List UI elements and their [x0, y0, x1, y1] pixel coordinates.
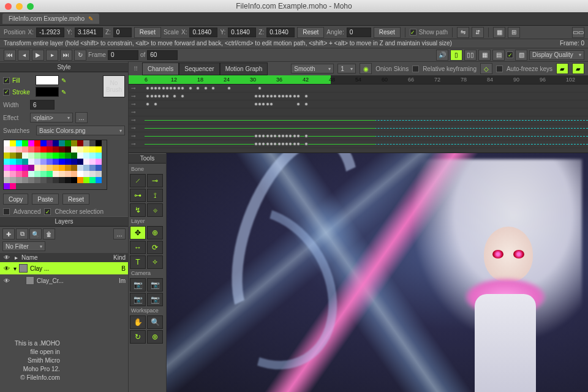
- new-layer-icon[interactable]: ✚: [2, 228, 15, 239]
- keyframe[interactable]: [165, 94, 169, 98]
- keyframe[interactable]: [254, 102, 258, 106]
- autofreeze-checkbox[interactable]: [496, 66, 503, 72]
- interp-select[interactable]: Smooth: [291, 64, 334, 74]
- color-swatch[interactable]: [4, 140, 10, 146]
- scale-z-input[interactable]: [266, 28, 295, 37]
- color-swatch[interactable]: [40, 171, 47, 177]
- color-swatch[interactable]: [96, 177, 102, 183]
- color-swatch[interactable]: [28, 153, 34, 159]
- angle-input[interactable]: [347, 28, 371, 37]
- color-swatch[interactable]: [59, 177, 65, 183]
- keyframe[interactable]: [270, 94, 273, 98]
- align-icon[interactable]: ▦: [493, 27, 505, 38]
- keyframe[interactable]: [154, 94, 157, 98]
- color-swatch[interactable]: [28, 165, 34, 171]
- timeline-track[interactable]: ⊸: [129, 116, 588, 124]
- timeline-track[interactable]: ⊸: [129, 124, 588, 132]
- color-swatch[interactable]: [53, 159, 59, 165]
- total-frames-input[interactable]: [147, 50, 178, 60]
- color-swatch[interactable]: [22, 177, 28, 183]
- color-swatch[interactable]: [65, 146, 71, 153]
- eyedropper-icon[interactable]: ✎: [61, 89, 66, 96]
- keyframe[interactable]: [146, 86, 149, 90]
- close-window[interactable]: [5, 3, 12, 10]
- color-swatch[interactable]: [89, 177, 96, 183]
- keyframe[interactable]: [258, 102, 262, 106]
- keyframe[interactable]: [165, 86, 169, 90]
- layer-row[interactable]: 👁 ▾ Clay ... B: [0, 262, 128, 274]
- color-swatch[interactable]: [10, 165, 16, 171]
- color-swatch[interactable]: [34, 146, 40, 153]
- keyframe[interactable]: [177, 86, 181, 90]
- eyedropper-icon[interactable]: ✎: [61, 77, 66, 84]
- color-swatch[interactable]: [22, 140, 28, 146]
- color-swatches[interactable]: [3, 140, 107, 190]
- color-swatch[interactable]: [47, 146, 53, 153]
- layer-row[interactable]: 👁 Clay_Cr... Im: [0, 274, 128, 287]
- color-swatch[interactable]: [83, 171, 89, 177]
- relkey-icon[interactable]: ◇: [480, 63, 492, 74]
- keyframe[interactable]: [304, 94, 308, 98]
- color-swatch[interactable]: [4, 183, 10, 189]
- mute-icon[interactable]: 🔊: [436, 50, 448, 61]
- keyframe[interactable]: [157, 94, 161, 98]
- bone-tool-4[interactable]: ⟟: [147, 189, 163, 202]
- color-swatch[interactable]: [71, 165, 77, 171]
- minimize-window[interactable]: [16, 3, 23, 10]
- step-fwd-icon[interactable]: ▸: [46, 50, 58, 61]
- color-swatch[interactable]: [89, 140, 96, 146]
- center-icon[interactable]: ⊞: [508, 27, 520, 38]
- color-swatch[interactable]: [16, 165, 22, 171]
- keyframe[interactable]: [281, 94, 285, 98]
- visibility-icon[interactable]: 👁: [2, 277, 11, 284]
- layer-tool-5[interactable]: T: [130, 255, 146, 269]
- color-swatch[interactable]: [96, 140, 102, 146]
- timeline-track[interactable]: ⊸: [129, 100, 588, 108]
- camera-tool-2[interactable]: 📷: [147, 278, 163, 292]
- loop-icon[interactable]: ↻: [74, 50, 86, 61]
- color-swatch[interactable]: [16, 159, 22, 165]
- bone-tool-3[interactable]: ⊶: [130, 189, 146, 202]
- color-swatch[interactable]: [77, 159, 83, 165]
- color-swatch[interactable]: [34, 177, 40, 183]
- color-swatch[interactable]: [71, 153, 77, 159]
- showpath-checkbox[interactable]: [410, 29, 417, 36]
- color-swatch[interactable]: [4, 177, 10, 183]
- keyframe[interactable]: [146, 102, 149, 106]
- color-swatch[interactable]: [34, 165, 40, 171]
- timeline-track[interactable]: ⊸: [129, 132, 588, 140]
- swatches-set-select[interactable]: Basic Colors.png: [36, 126, 125, 135]
- color-swatch[interactable]: [77, 140, 83, 146]
- keyframe[interactable]: [296, 142, 300, 146]
- color-swatch[interactable]: [47, 165, 53, 171]
- help-icon[interactable]: ▭▭: [572, 27, 584, 38]
- rotate-view-tool[interactable]: ↻: [130, 330, 146, 344]
- color-swatch[interactable]: [16, 146, 22, 153]
- document-tab[interactable]: FileInfo.com Example.moho ✎: [2, 13, 99, 24]
- keyframe[interactable]: [273, 142, 277, 146]
- keyframe[interactable]: [154, 86, 157, 90]
- view-2-icon[interactable]: ▯▯: [464, 50, 477, 61]
- keyframe[interactable]: [157, 86, 161, 90]
- keyframe[interactable]: [270, 142, 273, 146]
- color-swatch[interactable]: [40, 177, 47, 183]
- color-swatch[interactable]: [77, 153, 83, 159]
- pan-tool[interactable]: ✋: [130, 315, 146, 329]
- color-swatch[interactable]: [83, 153, 89, 159]
- keyframe[interactable]: [285, 94, 288, 98]
- frame-input[interactable]: [108, 50, 138, 60]
- keyframe[interactable]: [304, 134, 308, 138]
- layer-tool-4[interactable]: ⟳: [147, 241, 163, 254]
- keyframe[interactable]: [266, 102, 270, 106]
- color-swatch[interactable]: [47, 159, 53, 165]
- color-swatch[interactable]: [40, 140, 47, 146]
- advanced-checkbox[interactable]: [3, 208, 10, 215]
- color-swatch[interactable]: [47, 177, 53, 183]
- bone-tool-1[interactable]: ⟋: [130, 174, 146, 187]
- color-swatch[interactable]: [77, 165, 83, 171]
- fill-color-swatch[interactable]: [36, 75, 59, 85]
- keyframe[interactable]: [258, 94, 262, 98]
- color-swatch[interactable]: [34, 171, 40, 177]
- stroke-width-input[interactable]: [30, 100, 55, 110]
- color-swatch[interactable]: [89, 159, 96, 165]
